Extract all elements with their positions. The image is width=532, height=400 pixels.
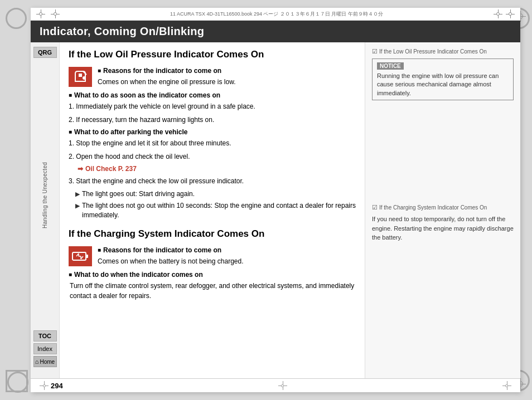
s2-sub2-text: Turn off the climate control system, rea… — [70, 281, 356, 301]
title-text: Indicator, Coming On/Blinking — [40, 25, 204, 37]
section2-icon-area: Reasons for the indicator to come on Com… — [69, 246, 356, 271]
left-column: If the Low Oil Pressure Indicator Comes … — [60, 42, 365, 378]
footer: 294 — [31, 378, 520, 392]
home-icon: ⌂ — [35, 358, 39, 365]
sub3-heading: What to do after parking the vehicle — [69, 128, 356, 136]
s2-sub2-heading: What to do when the indicator comes on — [69, 271, 356, 279]
right-spacer — [372, 104, 514, 204]
home-label: Home — [40, 359, 55, 365]
oil-check-link-text: Oil Check P. 237 — [85, 165, 137, 173]
section1-sub1: Reasons for the indicator to come on Com… — [69, 67, 356, 87]
svg-point-0 — [83, 76, 86, 80]
right-section2-label: ☑ If the Charging System Indicator Comes… — [372, 204, 514, 211]
page-number: 294 — [51, 382, 63, 390]
vertical-text-container: Handling the Unexpected — [31, 60, 78, 330]
crosshair-top-right2 — [506, 9, 515, 18]
bullet1-text: The light goes out: Start driving again. — [82, 189, 195, 199]
crosshair-footer-right — [502, 381, 511, 390]
bullet2: ▶ The light does not go out within 10 se… — [75, 201, 356, 220]
crosshair-top-right1 — [494, 9, 502, 18]
index-button[interactable]: Index — [33, 343, 57, 354]
right-section1: ☑ If the Low Oil Pressure Indicator Come… — [372, 48, 514, 100]
notice-box: NOTICE Running the engine with low oil p… — [372, 58, 514, 100]
section2-heading: If the Charging System Indicator Comes O… — [69, 228, 356, 240]
link-arrow-icon: ➡ — [78, 165, 83, 173]
section2-sub2: What to do when the indicator comes on T… — [69, 271, 356, 301]
sub2-item1: 1. Immediately park the vehicle on level… — [69, 101, 356, 111]
sub3-item2: 2. Open the hood and check the oil level… — [69, 152, 356, 162]
oil-check-link[interactable]: ➡ Oil Check P. 237 — [78, 165, 356, 173]
columns-container: If the Low Oil Pressure Indicator Comes … — [60, 42, 520, 378]
svg-rect-2 — [86, 255, 88, 258]
left-sidebar: QRG Handling the Unexpected TOC Index ⌂ … — [31, 42, 60, 378]
right-section1-label: ☑ If the Low Oil Pressure Indicator Come… — [372, 48, 514, 55]
qrg-button[interactable]: QRG — [33, 47, 57, 58]
right-s2-note: If you need to stop temporarily, do not … — [372, 214, 514, 242]
section1-sub2: What to do as soon as the indicator come… — [69, 91, 356, 125]
sub2-heading: What to do as soon as the indicator come… — [69, 91, 356, 99]
section1: If the Low Oil Pressure Indicator Comes … — [69, 49, 356, 219]
sub1-text: Comes on when the engine oil pressure is… — [70, 77, 356, 87]
sub1-heading: Reasons for the indicator to come on — [98, 67, 356, 75]
s2-sub1-text: Comes on when the battery is not being c… — [70, 256, 356, 266]
sub3-item3: 3. Start the engine and check the low oi… — [69, 176, 356, 186]
notice-label: NOTICE — [377, 62, 404, 70]
file-info-bar: 11 ACURA TSX 4D-31TL16500.book 294 ページ ２… — [31, 8, 520, 21]
toc-button[interactable]: TOC — [33, 330, 57, 342]
notice-text: Running the engine with low oil pressure… — [377, 72, 509, 97]
footer-left: 294 — [40, 381, 63, 390]
content-wrapper: QRG Handling the Unexpected TOC Index ⌂ … — [31, 42, 520, 378]
right-section2: ☑ If the Charging System Indicator Comes… — [372, 204, 514, 242]
title-bar: Indicator, Coming On/Blinking — [31, 21, 520, 42]
sub2-item2: 2. If necessary, turn the hazard warning… — [69, 115, 356, 125]
bullet1: ▶ The light goes out: Start driving agai… — [75, 189, 356, 199]
right-s2-label-text: If the Charging System Indicator Comes O… — [379, 204, 487, 211]
page-background: 11 ACURA TSX 4D-31TL16500.book 294 ページ ２… — [0, 0, 532, 400]
right-s1-label-text: If the Low Oil Pressure Indicator Comes … — [379, 48, 487, 55]
s2-sub1-heading: Reasons for the indicator to come on — [98, 246, 356, 254]
right-column: ☑ If the Low Oil Pressure Indicator Come… — [365, 42, 520, 378]
circle-bl — [6, 370, 28, 392]
crosshair-footer-left — [40, 381, 49, 390]
section2-sub1: Reasons for the indicator to come on Com… — [69, 246, 356, 266]
home-button[interactable]: ⌂ Home — [33, 356, 57, 367]
section1-icon-area: Reasons for the indicator to come on Com… — [69, 67, 356, 91]
checkbox-icon2: ☑ — [372, 204, 378, 211]
crosshair-footer-center — [278, 381, 287, 390]
section1-sub3: What to do after parking the vehicle 1. … — [69, 128, 356, 219]
checkbox-icon: ☑ — [372, 48, 378, 55]
crosshair-top-left — [36, 9, 45, 18]
book-info-text: 11 ACURA TSX 4D-31TL16500.book 294 ページ ２… — [63, 11, 490, 18]
bullet2-text: The light does not go out within 10 seco… — [82, 201, 356, 220]
circle-tl — [6, 8, 28, 30]
section2: If the Charging System Indicator Comes O… — [69, 228, 356, 301]
crosshair-top-left2 — [51, 9, 60, 18]
vertical-label: Handling the Unexpected — [42, 162, 48, 228]
main-page: 11 ACURA TSX 4D-31TL16500.book 294 ページ ２… — [31, 8, 520, 392]
sub3-item1: 1. Stop the engine and let it sit for ab… — [69, 138, 356, 148]
section1-heading: If the Low Oil Pressure Indicator Comes … — [69, 49, 356, 60]
